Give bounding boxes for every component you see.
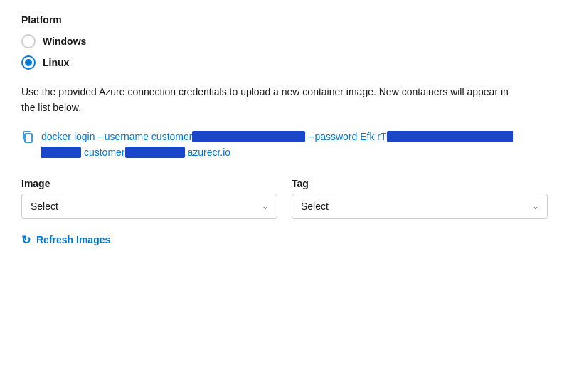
- tag-label: Tag: [292, 178, 548, 189]
- redacted-3: XXXXXXXXX: [125, 147, 185, 158]
- tag-form-group: Tag Select ⌄: [292, 178, 548, 219]
- redacted-1: XXXXXXXXXXXXXXXXX: [192, 131, 305, 142]
- platform-section: Platform Windows Linux: [21, 14, 548, 70]
- image-form-group: Image Select ⌄: [21, 178, 277, 219]
- tag-select-wrapper: Select ⌄: [292, 194, 548, 219]
- linux-radio-circle[interactable]: [21, 55, 36, 70]
- refresh-images-button[interactable]: ↻ Refresh Images: [21, 231, 110, 250]
- refresh-icon: ↻: [21, 233, 31, 247]
- linux-radio-label: Linux: [43, 57, 69, 68]
- refresh-images-label: Refresh Images: [36, 234, 110, 245]
- platform-label: Platform: [21, 14, 548, 26]
- image-select[interactable]: Select: [21, 194, 277, 219]
- windows-radio-circle[interactable]: [21, 34, 36, 48]
- description-text: Use the provided Azure connection creden…: [21, 84, 519, 116]
- image-tag-row: Image Select ⌄ Tag Select ⌄: [21, 178, 548, 219]
- command-text: docker login --username customerXXXXXXXX…: [41, 129, 519, 161]
- image-label: Image: [21, 178, 277, 189]
- windows-radio-item[interactable]: Windows: [21, 34, 548, 48]
- copy-icon[interactable]: [21, 130, 34, 145]
- platform-radio-group: Windows Linux: [21, 34, 548, 70]
- tag-select[interactable]: Select: [292, 194, 548, 219]
- command-block: docker login --username customerXXXXXXXX…: [21, 129, 519, 161]
- linux-radio-item[interactable]: Linux: [21, 55, 548, 70]
- image-select-wrapper: Select ⌄: [21, 194, 277, 219]
- windows-radio-label: Windows: [43, 36, 86, 47]
- svg-rect-0: [25, 134, 32, 142]
